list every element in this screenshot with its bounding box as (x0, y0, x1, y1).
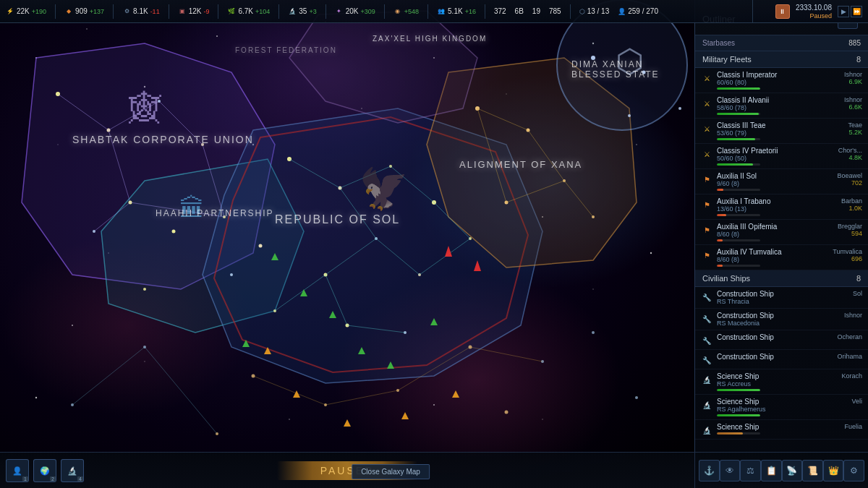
fleet-item-classis2[interactable]: ⚔ Classis II Alvanii 58/60 (78) Ishnor 6… (695, 93, 868, 119)
hud-divider-8 (427, 4, 428, 19)
v2-value: 6B (515, 7, 524, 15)
fleet-info-auxilia3: Auxilia III Opifemia 8/60 (8) (717, 223, 822, 241)
fleet-item-classis4[interactable]: ⚔ Classis IV Praetorii 50/60 (50) Chor's… (695, 144, 868, 169)
resource-research: 🔬 35 +3 (288, 7, 316, 16)
fleet-power-auxilia3: 594 (826, 230, 862, 237)
resource-food: 🌿 6.7K +104 (227, 7, 270, 16)
civilian-info-3: Construction Ship (717, 353, 822, 361)
military-fleets-count: 8 (856, 55, 861, 64)
fleet-info-auxilia4: Auxilia IV Tumvalica 8/60 (8) (717, 248, 822, 267)
fleet-healthfill-classis3 (717, 138, 755, 140)
civilian-item-3[interactable]: 🔧 Construction Ship Orihama (695, 350, 868, 369)
civilian-ships-section-header[interactable]: Civilian Ships 8 (695, 270, 868, 287)
contacts-btn[interactable]: 📡 (782, 460, 803, 481)
military-fleets-label: Military Fleets (702, 55, 752, 64)
fleet-item-auxilia3[interactable]: ⚑ Auxilia III Opifemia 8/60 (8) Bregglar… (695, 220, 868, 245)
unity-icon: ✦ (335, 7, 344, 16)
map-settings-btn[interactable]: ⚙ (843, 460, 864, 481)
svg-line-67 (109, 130, 130, 202)
research-value: 35 (299, 7, 307, 15)
civilian-item-2[interactable]: 🔧 Construction Ship Ocheran (695, 330, 868, 350)
fleet-loc-classis2: Ishnor (826, 96, 862, 103)
svg-marker-102 (293, 390, 300, 398)
civilian-item-4[interactable]: 🔬 Science Ship RS Accreus Korach (695, 369, 868, 395)
svg-line-80 (326, 275, 347, 325)
close-map-button[interactable]: Close Galaxy Map (352, 464, 430, 479)
civilian-icon-5: 🔬 (701, 399, 712, 411)
svg-marker-95 (300, 289, 307, 296)
civilian-type-0: Construction Ship (717, 290, 822, 298)
fleet-manager-btn[interactable]: ⚓ (699, 460, 720, 481)
svg-line-77 (376, 239, 420, 275)
starbases-section-header[interactable]: Starbases 885 (695, 35, 868, 51)
speed-button-1[interactable]: ▶ (838, 6, 849, 17)
influence-delta: +548 (404, 8, 419, 15)
civilian-item-1[interactable]: 🔧 Construction Ship RS Macedonia Ishnor (695, 309, 868, 330)
pause-button[interactable]: ⏸ (775, 4, 790, 19)
svg-point-16 (35, 397, 37, 398)
fleet-name-classis2: Classis II Alvanii (717, 96, 822, 104)
fleet-power-classis1: 6.9K (826, 78, 862, 85)
civilian-icon-1: 🔧 (701, 313, 712, 325)
consumer-delta: -9 (203, 8, 209, 15)
civilian-item-6[interactable]: 🔬 Science Ship Fuelia (695, 420, 868, 440)
resource-minerals: ◆ 909 +137 (64, 7, 104, 16)
top-hud-bar: ⚡ 22K +190 ◆ 909 +137 ⚙ 8.1K -11 ▣ 12K -… (0, 0, 868, 23)
fleet-item-auxilia4[interactable]: ⚑ Auxilia IV Tumvalica 8/60 (8) Tumvalic… (695, 245, 868, 270)
civilian-info-5: Science Ship RS Agalhemerus (717, 398, 822, 416)
planets-button[interactable]: 🌍 2 (33, 459, 56, 482)
fleet-item-auxilia2[interactable]: ⚑ Auxilia II Sol 9/60 (8) Boeawel 702 (695, 169, 868, 194)
situation-btn[interactable]: 📋 (761, 460, 782, 481)
fleet-loc-classis4: Chor's... (826, 147, 862, 154)
v3-value: 19 (532, 7, 540, 15)
civilian-item-5[interactable]: 🔬 Science Ship RS Agalhemerus Veli (695, 395, 868, 420)
civilian-icon-3: 🔧 (701, 354, 712, 366)
galaxy-map[interactable]: 🕸 🦅 ⬡ 🏛 Shabtak Corporate Union Haahii P… (0, 0, 694, 488)
empire-button[interactable]: 👤 1 (6, 459, 29, 482)
fleet-healthfill-classis4 (717, 163, 753, 166)
resource-v2: 6B (515, 7, 524, 15)
civilian-info-2: Construction Ship (717, 333, 822, 341)
fleet-name-auxilia3: Auxilia III Opifemia (717, 223, 822, 231)
fleet-item-classis3[interactable]: ⚔ Classis III Teae 53/60 (79) Teae 5.2K (695, 119, 868, 144)
fleet-stats-classis3: 53/60 (79) (717, 129, 822, 137)
consumer-icon: ▣ (178, 7, 187, 16)
science-hp-fill-4 (717, 389, 760, 391)
svg-point-26 (129, 201, 132, 205)
fleet-hp-auxilia3: 8/60 (8) (717, 231, 739, 238)
species-btn[interactable]: 👁 (720, 460, 741, 481)
civilian-item-0[interactable]: 🔧 Construction Ship RS Thracia Sol (695, 287, 868, 309)
research-button-bl[interactable]: 🔬 4 (61, 459, 84, 482)
svg-point-44 (273, 309, 276, 312)
leaders-btn[interactable]: 👑 (823, 460, 844, 481)
consumer-value: 12K (189, 7, 202, 15)
game-status: Paused (809, 12, 832, 20)
fleet-right-classis4: Chor's... 4.8K (826, 147, 862, 161)
research-delta: +3 (309, 8, 316, 15)
empire-icon: 👤 (12, 466, 22, 476)
factions-btn[interactable]: ⚖ (740, 460, 761, 481)
fleet-stats-auxilia3: 8/60 (8) (717, 231, 822, 238)
fleet-icon-classis2: ⚔ (701, 98, 712, 109)
fleet-name-auxilia2: Auxilia II Sol (717, 172, 822, 180)
speed-button-2[interactable]: ⏩ (851, 6, 862, 17)
science-hp-bar-5 (717, 414, 760, 416)
policies-btn[interactable]: 📜 (802, 460, 823, 481)
civilian-name-1: RS Macedonia (717, 320, 822, 327)
fleet-stats-auxilia1: 13/60 (13) (717, 205, 822, 213)
svg-point-51 (642, 71, 646, 74)
energy-icon: ⚡ (6, 7, 14, 16)
fleet-item-classis1[interactable]: ⚔ Classis I Imperator 60/60 (80) Ishnor … (695, 68, 868, 93)
svg-point-62 (216, 432, 218, 435)
fleet-item-auxilia1[interactable]: ⚑ Auxilia I Trabano 13/60 (13) Barban 1.… (695, 194, 868, 220)
fleet-stats-auxilia4: 8/60 (8) (717, 256, 822, 263)
hud-divider-2 (113, 4, 114, 19)
svg-point-33 (259, 244, 263, 248)
fleet-hp-classis1: 60/60 (80) (717, 79, 746, 86)
svg-point-42 (346, 324, 349, 328)
influence-icon: ◉ (393, 7, 402, 16)
military-fleets-section-header[interactable]: Military Fleets 8 (695, 51, 868, 68)
fleet-healthfill-classis1 (717, 87, 760, 90)
civilian-name-5: RS Agalhemerus (717, 406, 822, 413)
svg-point-55 (252, 374, 255, 378)
